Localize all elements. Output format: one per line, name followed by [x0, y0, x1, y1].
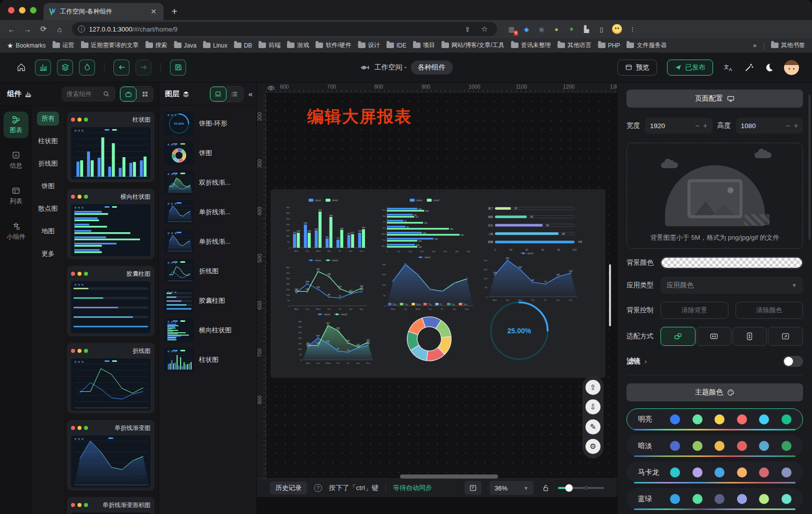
- redo-button[interactable]: [136, 60, 152, 76]
- translate-icon[interactable]: 文A: [723, 63, 734, 73]
- minimize-window-button[interactable]: [19, 7, 26, 14]
- big-screen-title-text[interactable]: 编辑大屏报表: [307, 106, 412, 128]
- theme-color-header[interactable]: 主题颜色: [626, 383, 803, 401]
- bookmark-folder[interactable]: 游戏: [287, 41, 309, 50]
- component-card[interactable]: 折线图: [67, 343, 154, 413]
- horizontal-scrollbar[interactable]: [400, 474, 498, 478]
- width-plus-button[interactable]: +: [703, 122, 707, 130]
- export-button[interactable]: ⇧: [586, 380, 600, 395]
- bookmark-folder[interactable]: 近期需要读的文章: [81, 41, 139, 50]
- sidebar-nav-列表[interactable]: 列表: [4, 183, 28, 209]
- bookmark-folder[interactable]: 文件服务器: [626, 41, 666, 50]
- layer-item[interactable]: 柱状图: [164, 348, 252, 372]
- single-view-toggle-button[interactable]: [120, 87, 136, 102]
- component-search[interactable]: [62, 87, 116, 102]
- edit-button[interactable]: ✎: [586, 419, 600, 434]
- bookmarks-overflow-chevron[interactable]: »: [753, 42, 756, 49]
- extension-circle-icon[interactable]: ◉: [537, 25, 546, 34]
- close-window-button[interactable]: [8, 7, 14, 14]
- theme-row-明亮[interactable]: 明亮: [626, 408, 803, 430]
- layer-item[interactable]: 25.00%饼图-环形: [164, 112, 252, 136]
- address-bar[interactable]: i 127.0.0.1:3000/#/chart/home/9 ⇪ ☆: [72, 22, 497, 36]
- chart-detail-button[interactable]: [464, 481, 482, 495]
- chevron-right-icon[interactable]: ›: [644, 357, 647, 365]
- chart-panel-toggle-button[interactable]: [35, 60, 51, 76]
- forward-icon[interactable]: →: [21, 23, 34, 36]
- help-icon[interactable]: ?: [314, 484, 322, 492]
- layer-item[interactable]: 折线图: [164, 259, 252, 283]
- layer-item[interactable]: 单折线渐...: [164, 200, 252, 224]
- sidebar-nav-信息[interactable]: A信息: [4, 147, 28, 174]
- collapse-panel-chevron[interactable]: «: [248, 90, 254, 98]
- bookmark-folder[interactable]: 搜索: [146, 41, 168, 50]
- new-tab-button[interactable]: +: [164, 3, 186, 20]
- back-icon[interactable]: ←: [5, 23, 18, 36]
- search-input[interactable]: [66, 90, 100, 98]
- category-更多[interactable]: 更多: [37, 247, 59, 261]
- extension-gem-icon[interactable]: ◆: [522, 25, 531, 34]
- bookmark-folder[interactable]: 其他语言: [558, 41, 592, 50]
- bookmark-folder[interactable]: Java: [174, 41, 196, 50]
- category-饼图[interactable]: 饼图: [37, 179, 59, 193]
- panel-scrollbar[interactable]: [808, 95, 810, 240]
- widget-capsule5[interactable]: 厦门20南阳40北京60上海80新疆100020406080100: [483, 199, 586, 253]
- category-散点图[interactable]: 散点图: [34, 202, 62, 216]
- background-upload-dropzone[interactable]: 背景图需小于 5M，格式为 png/jpg/gif 的文件: [626, 143, 803, 249]
- bookmark-folder[interactable]: 软件/硬件: [316, 41, 351, 50]
- fit-height-button[interactable]: [732, 327, 768, 346]
- save-button[interactable]: [170, 60, 186, 76]
- theme-row-蓝绿[interactable]: 蓝绿: [626, 488, 803, 510]
- sidebar-nav-小组件[interactable]: 小组件: [4, 218, 28, 245]
- share-icon[interactable]: ⇪: [461, 23, 474, 36]
- bookmark-folder[interactable]: 设计: [358, 41, 380, 50]
- thumbnail-view-button[interactable]: [210, 87, 226, 102]
- settings-gear-button[interactable]: ⚙: [586, 439, 600, 454]
- layers-panel-toggle-button[interactable]: [57, 60, 73, 76]
- bg-color-swatch[interactable]: [660, 257, 803, 269]
- bookmark-folder[interactable]: 项目: [413, 41, 435, 50]
- browser-menu-icon[interactable]: ⋮: [628, 25, 637, 34]
- zoom-slider[interactable]: [558, 484, 604, 492]
- grid-view-toggle-button[interactable]: [136, 87, 153, 102]
- widget-linearea2[interactable]: data1data2050100150200250300350MonTueWed…: [292, 310, 376, 366]
- dashboard-preview[interactable]: data1data2050100150200250300350MonTueWed…: [270, 189, 606, 378]
- tab-close-icon[interactable]: ✕: [148, 8, 158, 16]
- browser-profile-avatar[interactable]: [612, 24, 622, 34]
- widget-hbar7[interactable]: data1data2Mon120130Tue200130Wed150312Thu…: [378, 196, 476, 254]
- height-value[interactable]: 1080: [741, 122, 782, 130]
- category-地图[interactable]: 地图: [37, 224, 59, 238]
- slider-knob[interactable]: [566, 484, 573, 492]
- page-config-header[interactable]: 页面配置: [626, 90, 803, 108]
- window-controls[interactable]: [0, 0, 44, 20]
- layer-item[interactable]: 双折线渐...: [164, 171, 252, 195]
- home-icon[interactable]: ⌂: [53, 23, 66, 36]
- zoom-level-select[interactable]: 36% ▼: [490, 481, 534, 495]
- editor-canvas[interactable]: 6007008009001000110012001300 20030040050…: [257, 83, 617, 478]
- app-type-select[interactable]: 应用颜色 ▼: [660, 277, 803, 294]
- component-card[interactable]: 单折线渐变图: [67, 420, 154, 490]
- widget-bar7[interactable]: data1data2050100150200250300350MonTueWed…: [280, 196, 370, 254]
- bookmark-folder[interactable]: Linux: [203, 41, 228, 50]
- sidebar-nav-图表[interactable]: 图表: [4, 112, 28, 138]
- width-value[interactable]: 1920: [650, 122, 691, 130]
- user-avatar[interactable]: [784, 60, 799, 75]
- height-minus-button[interactable]: −: [786, 122, 790, 130]
- vertical-scrollbar[interactable]: [609, 264, 611, 326]
- width-minus-button[interactable]: −: [695, 122, 699, 130]
- bookmark-folder[interactable]: DB: [234, 41, 252, 50]
- bookmark-folder[interactable]: 运营: [52, 41, 74, 50]
- browser-tab[interactable]: 工作空间-各种组件 ✕: [44, 3, 164, 20]
- reload-icon[interactable]: ⟳: [37, 23, 50, 36]
- preview-button[interactable]: 预览: [618, 60, 657, 76]
- magic-wand-icon[interactable]: [744, 63, 754, 73]
- lock-icon[interactable]: [542, 483, 550, 492]
- category-柱状图[interactable]: 柱状图: [34, 134, 62, 148]
- theme-drop-button[interactable]: [79, 60, 95, 76]
- theme-row-暗淡[interactable]: 暗淡: [626, 435, 803, 457]
- height-stepper[interactable]: 1080 − +: [736, 118, 804, 134]
- category-所有[interactable]: 所有: [37, 112, 59, 126]
- bookmarks-root[interactable]: ★ Bookmarks: [7, 42, 46, 50]
- import-button[interactable]: ⇩: [586, 399, 600, 414]
- extension-icon[interactable]: ▥9: [507, 25, 516, 34]
- layer-item[interactable]: 饼图: [164, 141, 252, 165]
